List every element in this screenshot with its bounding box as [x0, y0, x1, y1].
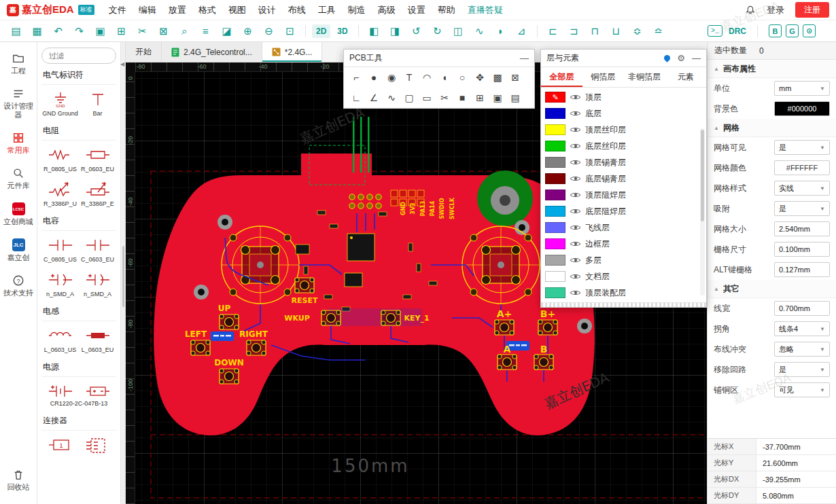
section-canvas-properties[interactable]: ▲ 画布属性 — [708, 60, 836, 78]
layer-color-swatch[interactable] — [545, 190, 565, 200]
corner-select[interactable]: 线条4▼ — [774, 321, 830, 336]
save-all-icon[interactable]: ▦ — [28, 23, 46, 39]
library-item-trimpot-us[interactable]: R_3386P_U — [41, 175, 79, 210]
notification-bell-icon[interactable] — [745, 5, 756, 16]
library-item-cap-polar-2[interactable]: n_SMD_A — [79, 266, 116, 300]
menu-item[interactable]: 布线 — [282, 0, 312, 20]
paste-icon[interactable]: ⊞ — [112, 23, 130, 39]
app-logo[interactable]: 嘉 嘉立创EDA 标准 — [7, 3, 94, 16]
library-divider[interactable]: ◀ — [121, 42, 126, 504]
panel-resize-handle[interactable] — [541, 302, 706, 307]
eye-icon[interactable] — [570, 223, 580, 232]
measure-icon[interactable]: ⊿ — [512, 23, 531, 39]
login-link[interactable]: 登录 — [767, 4, 784, 16]
layer-row[interactable]: 多层 — [541, 252, 706, 268]
sidebar-item-lcsc-mall[interactable]: LCSC 立创商城 — [0, 196, 37, 232]
background-color-field[interactable]: #000000 — [774, 101, 830, 116]
layer-row[interactable]: 顶层装配层 — [541, 285, 706, 301]
eye-icon[interactable] — [570, 272, 580, 281]
register-button[interactable]: 注册 — [795, 2, 829, 18]
layer-row[interactable]: 底层 — [541, 105, 706, 122]
distribute-h-icon[interactable]: ≎ — [628, 23, 646, 39]
eye-icon[interactable] — [570, 206, 580, 216]
angle-icon[interactable]: ∠ — [365, 90, 383, 106]
mask-icon[interactable]: ▤ — [506, 90, 524, 106]
sidebar-item-common-library[interactable]: 常用库 — [0, 126, 37, 161]
layer-color-swatch[interactable] — [545, 222, 565, 233]
mode-2d-button[interactable]: 2D — [312, 24, 330, 38]
tab-schematic[interactable]: 2.4G_Telecontrol... — [162, 42, 262, 62]
eraser-icon[interactable]: ◪ — [217, 23, 236, 39]
menu-item[interactable]: 高级 — [372, 0, 402, 20]
align-bottom-icon[interactable]: ⊔ — [607, 23, 625, 39]
rotate-cw-icon[interactable]: ↻ — [428, 23, 447, 39]
pan-icon[interactable]: ✥ — [471, 69, 489, 86]
layer-row[interactable]: 文档层 — [541, 268, 706, 285]
menu-item[interactable]: 视图 — [222, 0, 252, 20]
text-icon[interactable]: T — [400, 69, 418, 86]
layer-color-swatch[interactable] — [545, 141, 565, 151]
snap-select[interactable]: 是▼ — [774, 201, 830, 216]
layer-color-swatch[interactable] — [545, 206, 565, 217]
layer-row[interactable]: 顶层阻焊层 — [541, 187, 706, 203]
cut-icon[interactable]: ✂ — [133, 23, 152, 39]
pcb-tools-header[interactable]: PCB工具 — — [344, 50, 534, 67]
library-item-cap-eu[interactable]: C_0603_EU — [79, 231, 116, 266]
collapse-library-icon[interactable]: ◀ — [120, 61, 124, 67]
semicircle-icon[interactable]: ◖ — [436, 69, 453, 86]
dimension-icon[interactable]: ∟ — [347, 90, 365, 106]
pad-icon[interactable]: ◉ — [383, 69, 400, 86]
layers-tab[interactable]: 元素 — [665, 67, 706, 87]
eye-icon[interactable] — [570, 92, 580, 102]
library-item-resistor-us[interactable]: R_0805_US — [41, 141, 79, 175]
mode-3d-button[interactable]: 3D — [333, 24, 351, 38]
remove-loop-select[interactable]: 是▼ — [774, 362, 830, 377]
route-icon[interactable]: ∿ — [470, 23, 489, 39]
layer-color-swatch[interactable] — [545, 108, 565, 119]
search-icon[interactable]: ⌕ — [175, 23, 194, 39]
eye-icon[interactable] — [570, 288, 580, 298]
select-rect-icon[interactable]: ▢ — [400, 90, 418, 106]
menu-item[interactable]: 制造 — [342, 0, 372, 20]
layer-row[interactable]: 底层丝印层 — [541, 138, 706, 154]
layer-color-swatch[interactable] — [545, 238, 565, 249]
scrollbar-thumb[interactable] — [701, 130, 704, 221]
spline-icon[interactable]: ∿ — [383, 90, 400, 106]
menu-item[interactable]: 放置 — [162, 0, 192, 20]
conflict-select[interactable]: 忽略▼ — [774, 342, 830, 357]
layers-tab[interactable]: 铜箔层 — [582, 67, 624, 87]
rotate-ccw-icon[interactable]: ↺ — [407, 23, 425, 39]
tab-pcb[interactable]: *2.4G... — [262, 42, 323, 62]
menu-item[interactable]: 设置 — [402, 0, 432, 20]
layer-color-swatch[interactable] — [545, 287, 565, 298]
flip-vertical-icon[interactable]: ◨ — [386, 23, 404, 39]
copy-icon[interactable]: ▣ — [91, 23, 109, 39]
layer-row[interactable]: 底层阻焊层 — [541, 203, 706, 219]
align-right-icon[interactable]: ⊐ — [565, 23, 583, 39]
order-icon[interactable]: ⊙ — [803, 24, 816, 37]
layer-color-swatch[interactable]: ✎ — [545, 92, 565, 103]
eye-icon[interactable] — [570, 174, 580, 183]
layer-row[interactable]: 底层锡膏层 — [541, 170, 706, 187]
tab-start[interactable]: 开始 — [126, 42, 162, 62]
layers-scrollbar[interactable] — [700, 128, 705, 295]
alt-grid-input[interactable]: 0.127mm — [774, 262, 830, 277]
library-item-connector-1[interactable]: 1 — [41, 431, 79, 456]
menu-item[interactable]: 编辑 — [133, 0, 162, 20]
library-item-trimpot-eu[interactable]: R_3386P_E — [79, 175, 116, 210]
layer-row[interactable]: 顶层锡膏层 — [541, 154, 706, 170]
library-item-cap-polar-1[interactable]: n_SMD_A — [41, 266, 79, 300]
layer-color-swatch[interactable] — [545, 157, 565, 168]
layer-color-swatch[interactable] — [545, 271, 565, 282]
copper-zone-select[interactable]: 可见▼ — [774, 382, 830, 397]
filled-rect-icon[interactable]: ■ — [453, 90, 471, 106]
delete-icon[interactable]: ⊠ — [154, 23, 173, 39]
flip-horizontal-icon[interactable]: ◧ — [365, 23, 383, 39]
library-item-resistor-eu[interactable]: R_0603_EU — [79, 141, 116, 175]
grid-style-select[interactable]: 实线▼ — [774, 181, 830, 196]
library-section-title[interactable]: 电阻 — [41, 120, 116, 141]
image-icon[interactable]: ⊠ — [506, 69, 524, 86]
layer-row[interactable]: 飞线层 — [541, 219, 706, 236]
layers-tab[interactable]: 全部层 — [541, 67, 582, 87]
copper-area-icon[interactable]: ▣ — [489, 90, 506, 106]
